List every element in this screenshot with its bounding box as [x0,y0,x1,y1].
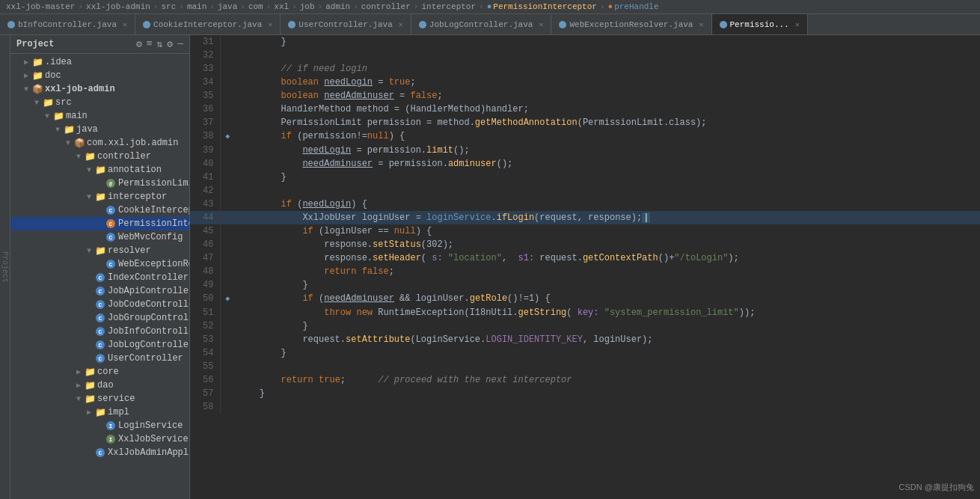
line-gutter [220,102,235,116]
line-number: 58 [190,400,220,414]
bc-sep10: › [414,2,419,11]
sidebar-item-permissioninterceptor[interactable]: ▶ C PermissionInterceptor [10,217,189,230]
table-row: 50 ◆ if (needAdminuser && loginUser.getR… [190,292,980,306]
comment-text: // if need login [281,64,367,74]
interface-icon-ls: I [105,420,117,432]
var-needadmin: needAdminuser [324,91,394,101]
sidebar-tool-settings[interactable]: ⚙ [136,38,142,50]
close-tab-binfo[interactable]: ✕ [123,20,127,29]
sidebar-item-xxljobservice[interactable]: ▶ I XxlJobService [10,432,189,446]
line-code: needAdminuser = permission.adminuser(); [235,157,980,171]
bc-interceptor[interactable]: interceptor [421,2,476,11]
sidebar-tool-minus[interactable]: — [177,38,183,50]
sidebar-item-jobapicontroller[interactable]: ▶ C JobApiController [10,284,189,298]
keyword-false2: false [362,266,389,277]
line-code: return false; [235,265,980,278]
label-cookieinterceptor: CookieInterceptor [118,205,189,215]
cursor-highlight: | [642,212,650,223]
arrow-java: ▼ [52,126,63,134]
class-icon-wer: C [105,258,117,270]
tab-user[interactable]: UserController.java ✕ [281,14,411,34]
sidebar-item-impl[interactable]: ▶ 📁 impl [10,405,189,419]
sidebar-item-dao[interactable]: ▶ 📁 dao [10,379,189,392]
sidebar-item-src[interactable]: ▼ 📁 src [10,96,189,109]
close-tab-user[interactable]: ✕ [399,20,403,29]
sidebar-item-core[interactable]: ▶ 📁 core [10,365,189,379]
label-jobgroupcontroller: JobGroupController [108,313,189,323]
sidebar-item-jobcodecontroller[interactable]: ▶ C JobCodeController [10,298,189,311]
table-row: 35 boolean needAdminuser = false; [190,89,980,102]
bc-xxl-job-master[interactable]: xxl-job-master [6,2,75,11]
sidebar-item-resolver[interactable]: ▼ 📁 resolver [10,244,189,257]
bc-admin[interactable]: admin [325,2,350,11]
bc-method-icon: ● [608,2,613,11]
close-tab-cookie[interactable]: ✕ [268,20,272,29]
line-number: 46 [190,238,220,251]
sidebar-item-xxljobadminapplication[interactable]: ▶ C XxlJobAdminApplication [10,446,189,459]
line-code: } [235,278,980,292]
bc-com[interactable]: com [248,2,263,11]
bc-main[interactable]: main [187,2,206,11]
line-number: 36 [190,102,220,116]
bc-xxl-job-admin[interactable]: xxl-job-admin [86,2,150,11]
label-main: main [66,111,88,121]
sidebar-item-package[interactable]: ▼ 📦 com.xxl.job.admin [10,136,189,150]
tab-joblog[interactable]: JobLogController.java ✕ [411,14,552,34]
sidebar-item-cookieinterceptor[interactable]: ▶ C CookieInterceptor [10,203,189,217]
line-gutter [220,346,235,360]
sidebar-item-idea[interactable]: ▶ 📁 .idea [10,55,189,69]
sidebar-item-java[interactable]: ▼ 📁 java [10,123,189,136]
sidebar-title: Project [16,39,54,49]
sidebar-item-indexcontroller[interactable]: ▶ C IndexController [10,271,189,284]
sidebar-tool-collapse[interactable]: ≡ [147,38,153,50]
bc-controller[interactable]: controller [361,2,411,11]
sidebar-item-webmvcconfig[interactable]: ▶ C WebMvcConfig [10,230,189,244]
bc-src[interactable]: src [161,2,176,11]
sidebar-item-controller[interactable]: ▼ 📁 controller [10,150,189,163]
bc-job[interactable]: job [300,2,315,11]
bc-class[interactable]: PermissionInterceptor [493,2,597,11]
table-row: 33 // if need login [190,62,980,76]
bc-method[interactable]: preHandle [614,2,658,11]
close-tab-webex[interactable]: ✕ [699,20,703,29]
sidebar-item-permissionlimit[interactable]: ▶ @ PermissionLimit [10,177,189,190]
sidebar-item-joblogcontroller[interactable]: ▶ C JobLogController [10,338,189,352]
keyword-if2: if [281,199,292,209]
class-circle-jgc: C [96,313,105,322]
sidebar-item-loginservice[interactable]: ▶ I LoginService [10,419,189,432]
tab-cookie[interactable]: CookieInterceptor.java ✕ [135,14,281,34]
tab-label-joblog: JobLogController.java [429,20,533,29]
sidebar-item-service[interactable]: ▼ 📁 service [10,392,189,405]
tab-webex[interactable]: WebExceptionResolver.java ✕ [551,14,711,34]
tab-permission[interactable]: Permissio... ✕ [712,14,808,34]
sidebar-tool-sort[interactable]: ⇅ [157,38,163,50]
sidebar-item-jobinfocontroller[interactable]: ▶ C JobInfoController [10,325,189,338]
sidebar-item-doc[interactable]: ▶ 📁 doc [10,69,189,82]
sidebar-item-interceptor[interactable]: ▼ 📁 interceptor [10,190,189,203]
table-row: 52 } [190,319,980,333]
line-number: 43 [190,198,220,211]
class-circle-jcc: C [96,300,105,309]
method-adminuser: adminuser [448,159,497,169]
bc-java[interactable]: java [218,2,237,11]
sidebar-item-webexceptionresolver[interactable]: ▶ C WebExceptionResolver [10,257,189,271]
tab-binfo[interactable]: bInfoController.java ✕ [0,14,135,34]
sidebar-tool-gear[interactable]: ⚙ [167,38,173,50]
code-scroll[interactable]: 31 } 32 33 // i [190,35,980,499]
keyword-return2: return [281,375,313,385]
table-row: 55 [190,360,980,373]
label-java: java [76,124,98,135]
close-tab-permission[interactable]: ✕ [795,20,800,29]
label-impl: impl [108,407,129,417]
sidebar-item-jobgroupcontroller[interactable]: ▶ C JobGroupController [10,311,189,325]
line-code: } [235,387,980,400]
bc-xxl[interactable]: xxl [274,2,289,11]
line-number: 53 [190,333,220,346]
line-code: } [235,319,980,333]
sidebar-item-main[interactable]: ▼ 📁 main [10,109,189,123]
sidebar-item-annotation[interactable]: ▼ 📁 annotation [10,163,189,177]
close-tab-joblog[interactable]: ✕ [539,20,543,29]
line-gutter [220,211,235,224]
sidebar-item-usercontroller[interactable]: ▶ C UserController [10,352,189,365]
sidebar-item-xxl-job-admin[interactable]: ▼ 📦 xxl-job-admin [10,82,189,96]
